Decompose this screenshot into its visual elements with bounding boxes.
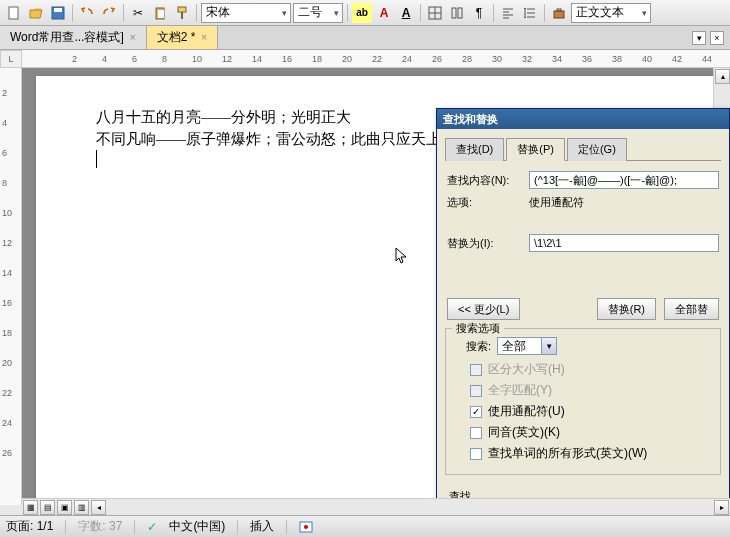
horizontal-scrollbar[interactable]: ▦ ▤ ▣ ▥ ◂ ▸ bbox=[22, 498, 730, 515]
insert-mode[interactable]: 插入 bbox=[250, 518, 274, 535]
whole-word-checkbox: 全字匹配(Y) bbox=[470, 382, 712, 399]
scroll-left-button[interactable]: ◂ bbox=[91, 500, 106, 515]
tab-label: 文档2 * bbox=[157, 29, 196, 46]
svg-rect-6 bbox=[181, 12, 183, 19]
format-painter-button[interactable] bbox=[172, 3, 192, 23]
underline-button[interactable]: A bbox=[396, 3, 416, 23]
undo-button[interactable] bbox=[77, 3, 97, 23]
outline-view-button[interactable]: ▥ bbox=[74, 500, 89, 515]
replace-all-button[interactable]: 全部替 bbox=[664, 298, 719, 320]
word-count[interactable]: 字数: 37 bbox=[78, 518, 122, 535]
search-options-group: 搜索选项 搜索: 全部▼ 区分大小写(H) 全字匹配(Y) ✓使用通配符(U) … bbox=[445, 328, 721, 475]
highlight-button[interactable]: ab bbox=[352, 3, 372, 23]
options-value: 使用通配符 bbox=[529, 195, 584, 210]
find-label: 查找内容(N): bbox=[447, 173, 523, 188]
scroll-right-button[interactable]: ▸ bbox=[714, 500, 729, 515]
font-family-combo[interactable]: 宋体 bbox=[201, 3, 291, 23]
svg-rect-0 bbox=[9, 7, 18, 19]
match-case-checkbox: 区分大小写(H) bbox=[470, 361, 712, 378]
all-forms-checkbox[interactable]: 查找单词的所有形式(英文)(W) bbox=[470, 445, 712, 462]
paste-button[interactable] bbox=[150, 3, 170, 23]
page-indicator[interactable]: 页面: 1/1 bbox=[6, 518, 53, 535]
font-family-value: 宋体 bbox=[206, 4, 230, 21]
normal-view-button[interactable]: ▦ bbox=[23, 500, 38, 515]
dialog-title: 查找和替换 bbox=[437, 109, 729, 129]
close-tab-icon[interactable]: × bbox=[130, 32, 136, 43]
close-all-button[interactable]: × bbox=[710, 31, 724, 45]
replace-input[interactable] bbox=[529, 234, 719, 252]
macro-icon[interactable] bbox=[299, 521, 313, 533]
document-tabs: Word常用查...容模式] × 文档2 * × ▾ × bbox=[0, 26, 730, 50]
svg-rect-10 bbox=[452, 8, 456, 18]
svg-rect-20 bbox=[557, 9, 561, 11]
line-spacing-button[interactable] bbox=[520, 3, 540, 23]
spell-check-icon[interactable]: ✓ bbox=[147, 520, 157, 534]
paragraph-button[interactable]: ¶ bbox=[469, 3, 489, 23]
scroll-up-button[interactable]: ▴ bbox=[715, 69, 730, 84]
search-options-title: 搜索选项 bbox=[452, 321, 504, 336]
document-tab-2[interactable]: 文档2 * × bbox=[147, 26, 219, 49]
tab-label: Word常用查...容模式] bbox=[10, 29, 124, 46]
columns-button[interactable] bbox=[447, 3, 467, 23]
close-tab-icon[interactable]: × bbox=[201, 32, 207, 43]
vertical-ruler[interactable]: 2468101214161820222426 bbox=[0, 68, 22, 505]
style-combo[interactable]: 正文文本 bbox=[571, 3, 651, 23]
svg-point-22 bbox=[304, 525, 308, 529]
tab-replace[interactable]: 替换(P) bbox=[506, 138, 565, 161]
svg-rect-4 bbox=[158, 10, 164, 18]
open-button[interactable] bbox=[26, 3, 46, 23]
search-scope-value: 全部 bbox=[502, 338, 526, 355]
chk-label: 全字匹配(Y) bbox=[488, 382, 552, 399]
print-view-button[interactable]: ▣ bbox=[57, 500, 72, 515]
status-bar: 页面: 1/1 字数: 37 ✓ 中文(中国) 插入 bbox=[0, 515, 730, 537]
chk-label: 使用通配符(U) bbox=[488, 403, 565, 420]
chk-label: 查找单词的所有形式(英文)(W) bbox=[488, 445, 647, 462]
svg-rect-2 bbox=[54, 8, 62, 12]
wildcards-checkbox[interactable]: ✓使用通配符(U) bbox=[470, 403, 712, 420]
search-scope-label: 搜索: bbox=[466, 339, 491, 354]
font-color-button[interactable]: A bbox=[374, 3, 394, 23]
less-button[interactable]: << 更少(L) bbox=[447, 298, 520, 320]
tab-find[interactable]: 查找(D) bbox=[445, 138, 504, 161]
font-size-combo[interactable]: 二号 bbox=[293, 3, 343, 23]
svg-rect-19 bbox=[554, 11, 564, 18]
font-size-value: 二号 bbox=[298, 4, 322, 21]
chk-label: 区分大小写(H) bbox=[488, 361, 565, 378]
main-toolbar: ✂ 宋体 二号 ab A A ¶ 正文文本 bbox=[0, 0, 730, 26]
replace-button[interactable]: 替换(R) bbox=[597, 298, 656, 320]
text-cursor bbox=[96, 150, 97, 168]
sounds-like-checkbox[interactable]: 同音(英文)(K) bbox=[470, 424, 712, 441]
find-input[interactable] bbox=[529, 171, 719, 189]
search-scope-combo[interactable]: 全部▼ bbox=[497, 337, 557, 355]
language-indicator[interactable]: 中文(中国) bbox=[169, 518, 225, 535]
save-button[interactable] bbox=[48, 3, 68, 23]
tab-goto[interactable]: 定位(G) bbox=[567, 138, 627, 161]
dialog-tabs: 查找(D) 替换(P) 定位(G) bbox=[445, 137, 721, 161]
find-replace-dialog: 查找和替换 查找(D) 替换(P) 定位(G) 查找内容(N): 选项: 使用通… bbox=[436, 108, 730, 522]
style-value: 正文文本 bbox=[576, 4, 624, 21]
web-view-button[interactable]: ▤ bbox=[40, 500, 55, 515]
ruler-corner: L bbox=[0, 50, 22, 68]
replace-label: 替换为(I): bbox=[447, 236, 523, 251]
table-button[interactable] bbox=[425, 3, 445, 23]
redo-button[interactable] bbox=[99, 3, 119, 23]
new-doc-button[interactable] bbox=[4, 3, 24, 23]
toolbox-button[interactable] bbox=[549, 3, 569, 23]
svg-rect-5 bbox=[178, 7, 186, 12]
chk-label: 同音(英文)(K) bbox=[488, 424, 560, 441]
options-label: 选项: bbox=[447, 195, 523, 210]
cut-button[interactable]: ✂ bbox=[128, 3, 148, 23]
align-left-button[interactable] bbox=[498, 3, 518, 23]
tab-dropdown-button[interactable]: ▾ bbox=[692, 31, 706, 45]
svg-rect-11 bbox=[458, 8, 462, 18]
document-tab-1[interactable]: Word常用查...容模式] × bbox=[0, 26, 147, 49]
horizontal-ruler[interactable]: 2468101214161820222426283032343638404244 bbox=[22, 50, 730, 68]
